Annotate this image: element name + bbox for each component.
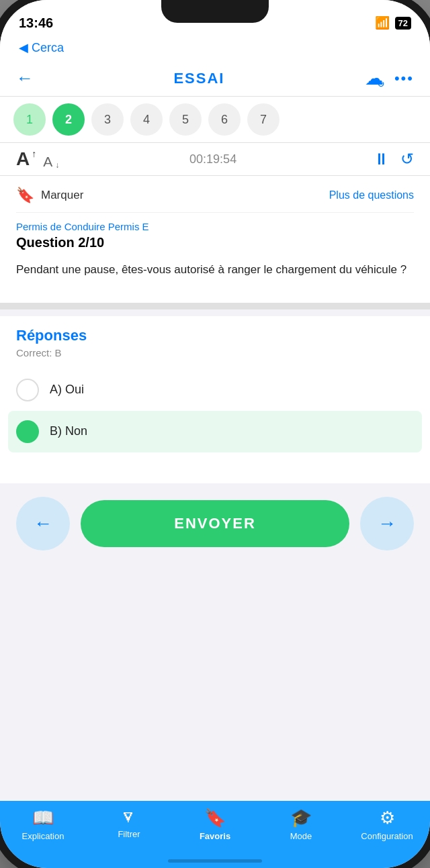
- envoyer-button[interactable]: ENVOYER: [81, 500, 349, 547]
- marquer-row: 🔖 Marquer Plus de questions: [16, 187, 414, 213]
- favoris-label: Favoris: [200, 831, 230, 841]
- configuration-label: Configuration: [361, 831, 413, 841]
- status-time: 13:46: [19, 15, 53, 31]
- question-title: Question 2/10: [16, 235, 414, 250]
- question-card: 🔖 Marquer Plus de questions Permis de Co…: [0, 176, 430, 303]
- timer-controls: ⏸ ↺: [374, 150, 414, 168]
- more-options-button[interactable]: •••: [394, 70, 414, 87]
- status-icons: 📶 72: [375, 15, 411, 30]
- answer-item-b[interactable]: B) Non: [8, 411, 422, 452]
- back-button[interactable]: ←: [16, 68, 34, 89]
- refresh-badge: ↻: [377, 79, 385, 89]
- bookmark-icon[interactable]: 🔖: [16, 187, 34, 204]
- question-num-2[interactable]: 2: [52, 103, 85, 136]
- wifi-icon: 📶: [375, 15, 390, 30]
- question-num-7[interactable]: 7: [247, 103, 280, 136]
- plus-questions-link[interactable]: Plus de questions: [329, 189, 414, 201]
- tab-bar: 📖 Explication ⛛ Filtrer 🔖 Favoris 🎓 Mode…: [0, 801, 430, 868]
- marquer-left: 🔖 Marquer: [16, 187, 83, 204]
- cloud-sync-icon[interactable]: ☁ ↻: [365, 67, 384, 89]
- correct-label: Correct: B: [16, 347, 414, 358]
- tab-favoris[interactable]: 🔖 Favoris: [172, 808, 258, 841]
- tab-explication[interactable]: 📖 Explication: [0, 808, 86, 841]
- explication-label: Explication: [22, 831, 64, 841]
- question-number-row: 1 2 3 4 5 6 7: [0, 97, 430, 143]
- question-num-1[interactable]: 1: [13, 103, 46, 136]
- font-decrease[interactable]: A↓: [43, 154, 52, 170]
- mode-label: Mode: [290, 831, 312, 841]
- tab-mode[interactable]: 🎓 Mode: [258, 808, 344, 841]
- answer-item-a[interactable]: A) Oui: [16, 369, 414, 411]
- explication-icon: 📖: [32, 808, 54, 828]
- top-toolbar: ← ESSAI ☁ ↻ •••: [0, 60, 430, 97]
- timer-display: 00:19:54: [189, 152, 236, 166]
- question-num-4[interactable]: 4: [130, 103, 163, 136]
- tab-configuration[interactable]: ⚙ Configuration: [344, 808, 430, 841]
- category-label: Permis de Conduire Permis E: [16, 221, 414, 232]
- pause-button[interactable]: ⏸: [374, 150, 390, 168]
- back-cerca[interactable]: ◀ Cerca: [19, 40, 64, 55]
- nav-back-bar: ◀ Cerca: [0, 38, 430, 60]
- controls-row: A↑ A↓ 00:19:54 ⏸ ↺: [0, 143, 430, 176]
- tab-filtrer[interactable]: ⛛ Filtrer: [86, 808, 172, 839]
- notch: [161, 0, 269, 23]
- battery-indicator: 72: [395, 17, 411, 30]
- font-controls: A↑ A↓: [16, 148, 52, 170]
- filtrer-icon: ⛛: [121, 808, 137, 826]
- reset-button[interactable]: ↺: [400, 150, 414, 168]
- section-divider: [0, 303, 430, 309]
- favoris-icon: 🔖: [204, 808, 226, 828]
- prev-button[interactable]: ←: [16, 497, 70, 550]
- answers-section: Réponses Correct: B A) Oui B) Non: [0, 316, 430, 483]
- toolbar-title: ESSAI: [173, 70, 224, 87]
- answer-text-b: B) Non: [50, 424, 87, 438]
- phone-shell: 13:46 📶 72 ◀ Cerca ← ESSAI ☁ ↻ ••• 1 2 3…: [0, 0, 430, 868]
- font-increase[interactable]: A↑: [16, 148, 30, 170]
- next-button[interactable]: →: [360, 497, 414, 550]
- answers-title: Réponses: [16, 327, 414, 344]
- answer-dot-b: [16, 420, 39, 443]
- mode-icon: 🎓: [290, 808, 312, 828]
- question-num-3[interactable]: 3: [91, 103, 124, 136]
- filtrer-label: Filtrer: [118, 829, 140, 839]
- answers-spacer: [16, 452, 414, 473]
- toolbar-right: ☁ ↻ •••: [365, 67, 414, 89]
- home-indicator: [168, 859, 262, 863]
- content-area: 🔖 Marquer Plus de questions Permis de Co…: [0, 176, 430, 801]
- nav-buttons: ← ENVOYER →: [0, 483, 430, 564]
- question-num-6[interactable]: 6: [208, 103, 241, 136]
- configuration-icon: ⚙: [380, 808, 395, 828]
- answer-circle-a: [16, 379, 39, 401]
- question-num-5[interactable]: 5: [169, 103, 202, 136]
- answer-text-a: A) Oui: [50, 383, 84, 397]
- question-text: Pendant une pause, êtes-vous autorisé à …: [16, 261, 414, 292]
- marquer-label[interactable]: Marquer: [41, 189, 83, 202]
